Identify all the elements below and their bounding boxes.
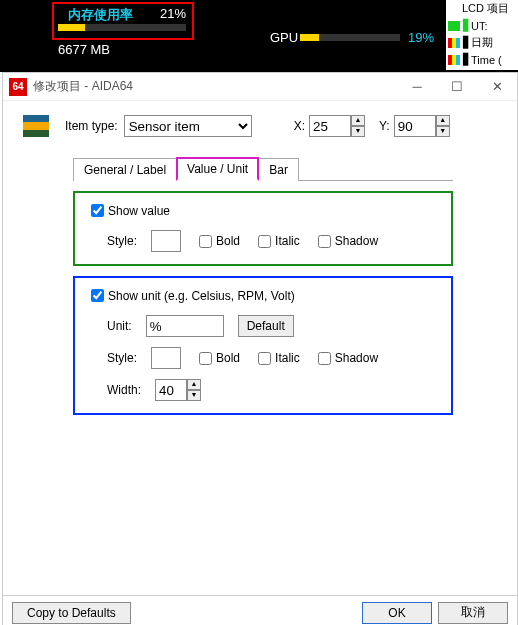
tab-general-label[interactable]: General / Label [73,158,177,181]
show-value-checkbox[interactable]: Show value [87,201,439,220]
x-down[interactable]: ▼ [351,126,365,137]
y-down[interactable]: ▼ [436,126,450,137]
unit-color-picker[interactable] [151,347,181,369]
width-field[interactable] [155,379,187,401]
memory-total: 6677 MB [58,42,110,57]
x-up[interactable]: ▲ [351,115,365,126]
modify-item-window: 64 修改项目 - AIDA64 ─ ☐ ✕ Item type: Sensor… [2,72,518,625]
y-up[interactable]: ▲ [436,115,450,126]
value-bold-checkbox[interactable]: Bold [195,232,240,251]
memory-bar [58,24,186,31]
width-down[interactable]: ▼ [187,390,201,401]
window-title: 修改项目 - AIDA64 [33,78,397,95]
cancel-button[interactable]: 取消 [438,602,508,624]
item-type-label: Item type: [65,119,118,133]
lcd-panel: 内存使用率 21% 6677 MB GPU 19% LCD 项目 ▋UT: ▋日… [0,0,518,72]
x-label: X: [294,119,305,133]
y-label: Y: [379,119,390,133]
app-icon: 64 [9,78,27,96]
unit-bold-checkbox[interactable]: Bold [195,349,240,368]
unit-shadow-checkbox[interactable]: Shadow [314,349,378,368]
tab-value-unit[interactable]: Value / Unit [176,157,259,181]
item-type-select[interactable]: Sensor item [124,115,252,137]
ok-button[interactable]: OK [362,602,432,624]
item-type-icon [23,115,49,137]
maximize-button[interactable]: ☐ [437,74,477,100]
close-button[interactable]: ✕ [477,74,517,100]
dialog-footer: Copy to Defaults OK 取消 [3,595,517,625]
width-up[interactable]: ▲ [187,379,201,390]
default-button[interactable]: Default [238,315,294,337]
legend-time: ▋Time ( [446,51,518,68]
unit-label: Unit: [107,319,132,333]
titlebar: 64 修改项目 - AIDA64 ─ ☐ ✕ [3,73,517,101]
memory-usage-label: 内存使用率 [68,6,133,24]
legend-header: LCD 项目 [446,0,518,17]
width-label: Width: [107,383,141,397]
minimize-button[interactable]: ─ [397,74,437,100]
tab-bar[interactable]: Bar [258,158,299,181]
show-unit-checkbox[interactable]: Show unit (e.g. Celsius, RPM, Volt) [87,286,439,305]
value-italic-checkbox[interactable]: Italic [254,232,300,251]
gpu-bar [300,34,400,41]
legend-date: ▋日期 [446,34,518,51]
gpu-pct: 19% [408,30,434,45]
value-style-label: Style: [107,234,137,248]
y-field[interactable] [394,115,436,137]
copy-to-defaults-button[interactable]: Copy to Defaults [12,602,131,624]
x-field[interactable] [309,115,351,137]
unit-style-label: Style: [107,351,137,365]
value-shadow-checkbox[interactable]: Shadow [314,232,378,251]
show-value-group: Show value Style: Bold Italic Shadow [73,191,453,266]
unit-field[interactable] [146,315,224,337]
gpu-label: GPU [270,30,298,45]
show-unit-group: Show unit (e.g. Celsius, RPM, Volt) Unit… [73,276,453,415]
value-color-picker[interactable] [151,230,181,252]
legend-panel: LCD 项目 ▋UT: ▋日期 ▋Time ( [446,0,518,70]
memory-usage-pct: 21% [160,6,186,21]
unit-italic-checkbox[interactable]: Italic [254,349,300,368]
legend-ut: ▋UT: [446,17,518,34]
